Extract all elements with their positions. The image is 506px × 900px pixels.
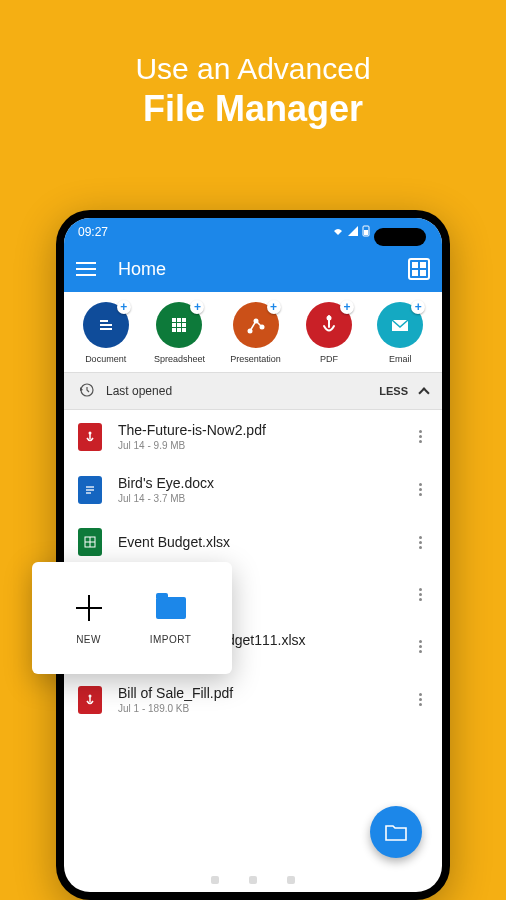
- svg-rect-8: [182, 318, 186, 322]
- file-info: Bill of Sale_Fill.pdfJul 1 - 189.0 KB: [118, 685, 413, 714]
- new-label: NEW: [76, 634, 101, 645]
- view-grid-button[interactable]: [408, 258, 430, 280]
- more-options-button[interactable]: [413, 582, 428, 607]
- svg-rect-6: [172, 318, 176, 322]
- svg-point-35: [89, 694, 92, 697]
- file-row[interactable]: Bird's Eye.docxJul 14 - 3.7 MB: [64, 463, 442, 516]
- file-row[interactable]: The-Future-is-Now2.pdfJul 14 - 9.9 MB: [64, 410, 442, 463]
- section-title: Last opened: [106, 384, 172, 398]
- quick-email[interactable]: Email: [377, 302, 423, 364]
- quick-pdf[interactable]: PDF: [306, 302, 352, 364]
- quick-actions-row: DocumentSpreadsheetPresentationPDFEmail: [64, 292, 442, 372]
- plus-icon: [76, 595, 102, 621]
- quick-circle-icon: [83, 302, 129, 348]
- quick-label: Spreadsheet: [154, 354, 205, 364]
- wifi-icon: [332, 226, 344, 238]
- add-badge-icon: [117, 300, 131, 314]
- svg-line-18: [250, 321, 256, 331]
- more-options-button[interactable]: [413, 424, 428, 449]
- file-type-icon: [78, 686, 102, 714]
- svg-line-19: [256, 321, 262, 327]
- quick-label: PDF: [320, 354, 338, 364]
- status-time: 09:27: [78, 225, 108, 239]
- battery-icon: [362, 225, 370, 239]
- file-name: Bill of Sale_Fill.pdf: [118, 685, 413, 701]
- file-info: The-Future-is-Now2.pdfJul 14 - 9.9 MB: [118, 422, 413, 451]
- file-name: Event Budget.xlsx: [118, 534, 413, 550]
- file-type-icon: [78, 476, 102, 504]
- file-meta: Jul 1 - 189.0 KB: [118, 703, 413, 714]
- svg-point-20: [327, 316, 332, 321]
- file-type-icon: [78, 423, 102, 451]
- page-title: Home: [118, 259, 408, 280]
- svg-point-23: [89, 431, 92, 434]
- section-header: Last opened LESS: [64, 372, 442, 410]
- promo-heading: Use an Advanced File Manager: [0, 0, 506, 130]
- file-info: Bird's Eye.docxJul 14 - 3.7 MB: [118, 475, 413, 504]
- svg-rect-11: [182, 323, 186, 327]
- more-options-button[interactable]: [413, 687, 428, 712]
- quick-circle-icon: [156, 302, 202, 348]
- collapse-button[interactable]: LESS: [379, 385, 408, 397]
- more-options-button[interactable]: [413, 634, 428, 659]
- file-meta: Jul 14 - 3.7 MB: [118, 493, 413, 504]
- svg-rect-7: [177, 318, 181, 322]
- add-badge-icon: [267, 300, 281, 314]
- file-meta: Jul 14 - 9.9 MB: [118, 440, 413, 451]
- quick-presentation[interactable]: Presentation: [230, 302, 281, 364]
- signal-icon: [348, 226, 358, 238]
- import-label: IMPORT: [150, 634, 192, 645]
- quick-circle-icon: [306, 302, 352, 348]
- svg-rect-13: [177, 328, 181, 332]
- svg-rect-9: [172, 323, 176, 327]
- phone-frame: 09:27 Home DocumentSpreadsheetPresentati…: [56, 210, 450, 900]
- quick-circle-icon: [233, 302, 279, 348]
- folder-icon: [385, 823, 407, 841]
- svg-rect-12: [172, 328, 176, 332]
- quick-circle-icon: [377, 302, 423, 348]
- file-type-icon: [78, 528, 102, 556]
- promo-line1: Use an Advanced: [0, 52, 506, 86]
- fab-menu: NEW IMPORT: [32, 562, 232, 674]
- svg-rect-14: [182, 328, 186, 332]
- file-name: Bird's Eye.docx: [118, 475, 413, 491]
- screen: 09:27 Home DocumentSpreadsheetPresentati…: [64, 218, 442, 892]
- quick-label: Document: [85, 354, 126, 364]
- folder-icon: [156, 597, 186, 619]
- quick-spreadsheet[interactable]: Spreadsheet: [154, 302, 205, 364]
- status-icons: [332, 225, 370, 239]
- fab-button[interactable]: [370, 806, 422, 858]
- add-badge-icon: [190, 300, 204, 314]
- add-badge-icon: [340, 300, 354, 314]
- svg-rect-1: [364, 230, 368, 235]
- status-bar: 09:27: [64, 218, 442, 246]
- file-row[interactable]: Event Budget.xlsx: [64, 516, 442, 568]
- more-options-button[interactable]: [413, 477, 428, 502]
- app-bar: Home: [64, 246, 442, 292]
- file-row[interactable]: Bill of Sale_Fill.pdfJul 1 - 189.0 KB: [64, 673, 442, 726]
- promo-line2: File Manager: [0, 88, 506, 130]
- file-info: Event Budget.xlsx: [118, 534, 413, 550]
- menu-icon[interactable]: [76, 262, 96, 276]
- quick-document[interactable]: Document: [83, 302, 129, 364]
- quick-label: Presentation: [230, 354, 281, 364]
- svg-rect-10: [177, 323, 181, 327]
- nav-bar: [211, 876, 295, 884]
- history-icon: [78, 382, 94, 401]
- new-button[interactable]: NEW: [73, 592, 105, 645]
- add-badge-icon: [411, 300, 425, 314]
- file-name: The-Future-is-Now2.pdf: [118, 422, 413, 438]
- chevron-up-icon[interactable]: [418, 387, 429, 398]
- import-button[interactable]: IMPORT: [150, 592, 192, 645]
- quick-label: Email: [389, 354, 412, 364]
- more-options-button[interactable]: [413, 530, 428, 555]
